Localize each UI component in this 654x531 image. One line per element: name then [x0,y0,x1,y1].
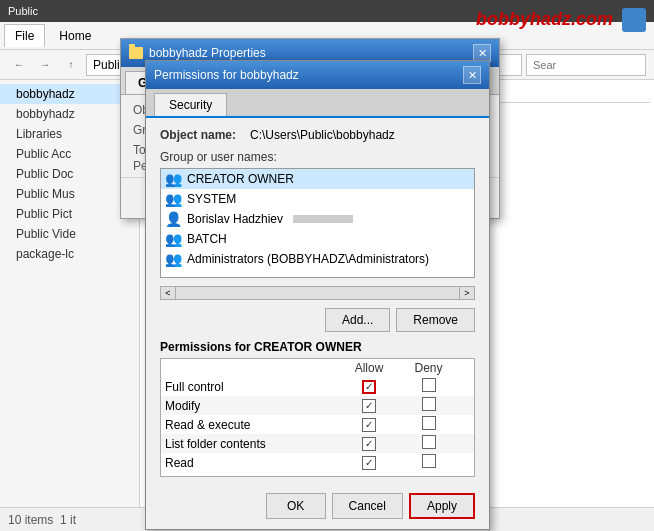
perm-deny-1[interactable] [399,396,458,415]
perm-scroll-0 [458,377,474,396]
checkbox-allow-modify[interactable]: ✓ [362,399,376,413]
horizontal-scroll: < > [160,286,475,300]
user-item-4[interactable]: 👥 Administrators (BOBBYHADZ\Administrato… [161,249,474,269]
col-deny-header: Deny [399,359,458,377]
permissions-tab-bar: Security [146,89,489,118]
user-name-2: Borislav Hadzhiev [187,212,283,226]
add-button[interactable]: Add... [325,308,390,332]
checkbox-allow-full-control[interactable]: ✓ [362,380,376,394]
perm-row-4: Read ✓ [161,453,474,472]
perm-allow-4[interactable]: ✓ [339,453,399,472]
perm-row-1: Modify ✓ [161,396,474,415]
perm-scroll-1 [458,396,474,415]
explorer-title: Public [8,5,38,17]
sidebar-label: package-lc [16,247,74,261]
user-item-3[interactable]: 👥 BATCH [161,229,474,249]
checkbox-deny-list-folder[interactable] [422,435,436,449]
sidebar-label: Public Pict [16,207,72,221]
selected-count: 1 it [60,513,76,527]
items-count: 10 items [8,513,53,527]
ok-button[interactable]: OK [266,493,326,519]
user-icon-2: 👤 [165,211,181,227]
ribbon-tab-file[interactable]: File [4,24,45,47]
user-name-1: SYSTEM [187,192,236,206]
object-name-row: Object name: C:\Users\Public\bobbyhadz [160,128,475,142]
col-allow-header: Allow [339,359,399,377]
checkbox-deny-read-execute[interactable] [422,416,436,430]
sidebar-item-0[interactable]: bobbyhadz [0,84,139,104]
ribbon-tab-home[interactable]: Home [49,25,101,47]
perm-allow-3[interactable]: ✓ [339,434,399,453]
sidebar-label: Libraries [16,127,62,141]
object-name-label: Object name: [160,128,250,142]
permissions-body: Object name: C:\Users\Public\bobbyhadz G… [146,118,489,485]
group-label: Group or user names: [160,150,475,164]
sidebar-item-6[interactable]: Public Pict [0,204,139,224]
back-button[interactable]: ← [8,54,30,76]
checkbox-allow-read[interactable]: ✓ [362,456,376,470]
user-name-3: BATCH [187,232,227,246]
checkbox-allow-list-folder[interactable]: ✓ [362,437,376,451]
sidebar-item-1[interactable]: bobbyhadz [0,104,139,124]
title-left: bobbyhadz Properties [129,46,266,60]
scroll-right-button[interactable]: > [459,286,475,300]
checkbox-deny-read[interactable] [422,454,436,468]
users-listbox[interactable]: 👥 CREATOR OWNER 👥 SYSTEM 👤 Borislav Hadz… [160,168,475,278]
user-icon-1: 👥 [165,191,181,207]
forward-button[interactable]: → [34,54,56,76]
user-name-0: CREATOR OWNER [187,172,294,186]
sidebar-item-8[interactable]: package-lc [0,244,139,264]
user-name-4: Administrators (BOBBYHADZ\Administrators… [187,252,429,266]
sidebar-item-7[interactable]: Public Vide [0,224,139,244]
perm-name-4: Read [161,453,339,472]
perm-action-row: Add... Remove [160,308,475,332]
checkbox-deny-full-control[interactable] [422,378,436,392]
perm-deny-4[interactable] [399,453,458,472]
sidebar-item-5[interactable]: Public Mus [0,184,139,204]
cancel-button[interactable]: Cancel [332,493,403,519]
remove-button[interactable]: Remove [396,308,475,332]
permissions-dialog: Permissions for bobbyhadz ✕ Security Obj… [145,60,490,530]
perm-row-2: Read & execute ✓ [161,415,474,434]
tab-security[interactable]: Security [154,93,227,116]
title-folder-icon [129,47,143,59]
sidebar-label: bobbyhadz [16,107,75,121]
search-input[interactable] [526,54,646,76]
permissions-title: Permissions for bobbyhadz [154,68,299,82]
sidebar-label: Public Doc [16,167,73,181]
perm-name-1: Modify [161,396,339,415]
perm-allow-1[interactable]: ✓ [339,396,399,415]
scroll-left-button[interactable]: < [160,286,176,300]
perm-name-3: List folder contents [161,434,339,453]
permissions-dialog-buttons: OK Cancel Apply [146,485,489,529]
col-permission-header [161,359,339,377]
permissions-section-title: Permissions for CREATOR OWNER [160,340,475,354]
perm-scroll-3 [458,434,474,453]
sidebar: bobbyhadz bobbyhadz Libraries Public Acc… [0,80,140,507]
privacy-bar [293,215,353,223]
sidebar-label: Public Vide [16,227,76,241]
object-name-value: C:\Users\Public\bobbyhadz [250,128,475,142]
user-icon-4: 👥 [165,251,181,267]
sidebar-item-4[interactable]: Public Doc [0,164,139,184]
perm-scroll-2 [458,415,474,434]
perm-deny-0[interactable] [399,377,458,396]
apply-button[interactable]: Apply [409,493,475,519]
sidebar-item-2[interactable]: Libraries [0,124,139,144]
user-item-1[interactable]: 👥 SYSTEM [161,189,474,209]
perm-deny-3[interactable] [399,434,458,453]
sidebar-label: bobbyhadz [16,87,75,101]
checkbox-deny-modify[interactable] [422,397,436,411]
perm-allow-2[interactable]: ✓ [339,415,399,434]
checkbox-allow-read-execute[interactable]: ✓ [362,418,376,432]
up-button[interactable]: ↑ [60,54,82,76]
properties-title: bobbyhadz Properties [149,46,266,60]
perm-allow-0[interactable]: ✓ [339,377,399,396]
permissions-close-button[interactable]: ✕ [463,66,481,84]
user-item-2[interactable]: 👤 Borislav Hadzhiev [161,209,474,229]
perm-row-0: Full control ✓ [161,377,474,396]
user-item-0[interactable]: 👥 CREATOR OWNER [161,169,474,189]
sidebar-item-3[interactable]: Public Acc [0,144,139,164]
user-icon-0: 👥 [165,171,181,187]
perm-deny-2[interactable] [399,415,458,434]
